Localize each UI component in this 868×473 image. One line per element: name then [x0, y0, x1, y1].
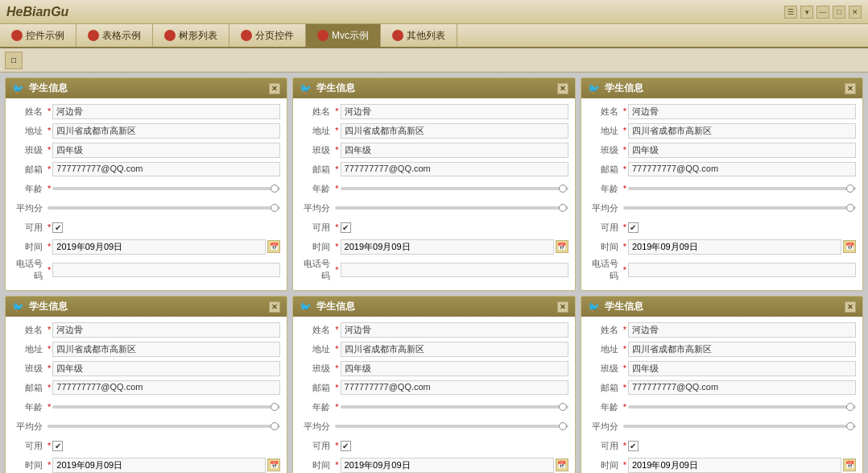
card-4-age-slider[interactable]	[52, 400, 280, 414]
menu-item-tree[interactable]: 树形列表	[153, 24, 229, 47]
card-3-age-handle[interactable]	[846, 185, 854, 193]
card-4-grade-value[interactable]: 四年级	[52, 361, 280, 376]
card-4-age-track	[52, 405, 280, 409]
card-1-available-check[interactable]: ✔	[52, 222, 63, 233]
card-4-address-label: 地址	[12, 343, 48, 355]
card-6-header: 🐦 学生信息 ✕	[581, 297, 862, 317]
card-1-score-slider[interactable]	[48, 201, 280, 215]
menu-item-other[interactable]: 其他列表	[381, 24, 457, 47]
pager-icon	[241, 30, 252, 41]
card-1-calendar-icon[interactable]: 📅	[267, 240, 280, 253]
card-2-score-slider[interactable]	[335, 201, 568, 215]
card-2-age-handle[interactable]	[559, 185, 567, 193]
menu-item-controls[interactable]: 控件示例	[0, 24, 76, 47]
dropdown-button[interactable]: ▾	[800, 6, 813, 19]
card-4-available-check[interactable]: ✔	[52, 441, 63, 451]
card-2-address-value[interactable]: 四川省成都市高新区	[341, 123, 568, 139]
table-icon	[88, 30, 99, 41]
card-1-date-value[interactable]: 2019年09月09日	[52, 239, 266, 255]
card-2-age-slider[interactable]	[341, 181, 568, 196]
card-2-name-value[interactable]: 河边骨	[341, 104, 568, 119]
card-4-name-value[interactable]: 河边骨	[52, 322, 280, 338]
card-6-close[interactable]: ✕	[845, 301, 856, 313]
card-1-available-row: 可用 * ✔	[12, 219, 280, 235]
card-3-name-value[interactable]: 河边骨	[628, 104, 856, 119]
card-2-icon: 🐦	[300, 83, 312, 94]
card-3-date-value[interactable]: 2019年09月09日	[628, 239, 841, 255]
card-3-date-container: 2019年09月09日 📅	[628, 239, 856, 255]
card-5: 🐦 学生信息 ✕ 姓名 * 河边骨 地址 * 四川省成都市高新区 班级	[292, 296, 575, 473]
card-1-body: 姓名 * 河边骨 地址 * 四川省成都市高新区 班级 * 四年级 邮箱 *	[6, 98, 287, 290]
card-1-phone-value[interactable]	[52, 263, 280, 277]
menu-item-tree-label: 树形列表	[179, 29, 217, 43]
card-1-grade-value[interactable]: 四年级	[52, 143, 280, 158]
card-3-grade-value[interactable]: 四年级	[628, 143, 856, 158]
card-4-date-value[interactable]: 2019年09月09日	[52, 458, 266, 473]
card-2-available-check[interactable]: ✔	[341, 222, 351, 233]
card-5-close[interactable]: ✕	[557, 301, 568, 313]
card-3-age-slider[interactable]	[628, 181, 856, 196]
card-3-address-row: 地址 * 四川省成都市高新区	[588, 122, 856, 139]
menu-item-mvc[interactable]: Mvc示例	[306, 24, 381, 47]
card-1-age-track	[52, 187, 280, 190]
card-2-score-handle[interactable]	[559, 204, 567, 212]
card-4-grade-row: 班级 * 四年级	[12, 360, 280, 376]
card-4-score-slider[interactable]	[48, 419, 280, 434]
toolbar-button[interactable]: □	[5, 52, 23, 69]
card-3-calendar-icon[interactable]: 📅	[843, 240, 856, 253]
card-1-checkbox[interactable]: ✔	[52, 222, 63, 233]
card-3-close[interactable]: ✕	[845, 83, 856, 94]
card-2-phone-row: 电话号码 *	[300, 258, 568, 282]
card-4-email-value[interactable]: 777777777@QQ.com	[52, 380, 280, 395]
card-1-age-slider[interactable]	[52, 181, 280, 196]
card-4-address-value[interactable]: 四川省成都市高新区	[52, 342, 280, 357]
card-4-age-handle[interactable]	[271, 403, 279, 411]
card-2-date-value[interactable]: 2019年09月09日	[341, 239, 554, 255]
card-1-address-row: 地址 * 四川省成都市高新区	[12, 122, 280, 139]
card-1-age-handle[interactable]	[271, 185, 279, 193]
card-1-score-handle[interactable]	[271, 204, 279, 212]
card-2-calendar-icon[interactable]: 📅	[556, 240, 568, 253]
card-4-checkbox[interactable]: ✔	[52, 441, 63, 451]
card-3-score-slider[interactable]	[623, 201, 856, 215]
card-3-email-value[interactable]: 777777777@QQ.com	[628, 162, 856, 176]
card-5-header: 🐦 学生信息 ✕	[293, 297, 574, 317]
menu-item-pager-label: 分页控件	[255, 29, 294, 43]
close-button[interactable]: ✕	[849, 6, 862, 19]
card-4-age-label: 年龄	[12, 401, 48, 413]
card-4-score-handle[interactable]	[271, 422, 279, 430]
card-2-phone-label: 电话号码	[300, 258, 335, 282]
card-4-close[interactable]: ✕	[269, 301, 280, 313]
card-1-address-value[interactable]: 四川省成都市高新区	[52, 123, 280, 139]
card-2-phone-value[interactable]	[341, 263, 568, 277]
card-4-score-track	[48, 425, 280, 428]
card-3-available-check[interactable]: ✔	[628, 222, 639, 233]
card-3-title: 学生信息	[605, 81, 643, 95]
card-2-email-value[interactable]: 777777777@QQ.com	[341, 162, 568, 176]
card-6-calendar-icon[interactable]: 📅	[843, 458, 856, 471]
card-4-header-left: 🐦 学生信息	[12, 300, 68, 313]
card-4-age-row: 年龄 *	[12, 399, 280, 415]
card-1-close[interactable]: ✕	[269, 83, 280, 94]
card-2-date-container: 2019年09月09日 📅	[341, 239, 568, 255]
maximize-button[interactable]: □	[833, 6, 845, 19]
card-2-checkbox[interactable]: ✔	[341, 222, 351, 233]
card-1-name-value[interactable]: 河边骨	[52, 104, 280, 119]
card-1-email-value[interactable]: 777777777@QQ.com	[52, 162, 280, 176]
menu-item-pager[interactable]: 分页控件	[229, 24, 306, 47]
card-2-grade-value[interactable]: 四年级	[341, 143, 568, 158]
card-3-header-left: 🐦 学生信息	[588, 81, 643, 95]
card-2-close[interactable]: ✕	[557, 83, 568, 94]
card-3-phone-value[interactable]	[628, 263, 856, 277]
card-3-address-value[interactable]: 四川省成都市高新区	[628, 123, 856, 139]
card-2-name-row: 姓名 * 河边骨	[300, 103, 568, 119]
menu-item-table[interactable]: 表格示例	[76, 24, 153, 47]
card-4-calendar-icon[interactable]: 📅	[267, 458, 280, 471]
card-3-score-handle[interactable]	[846, 204, 854, 212]
card-2-available-label: 可用	[300, 222, 335, 234]
minimize-button[interactable]: —	[816, 6, 829, 19]
card-3-checkbox[interactable]: ✔	[628, 222, 639, 233]
card-4-score-row: 平均分	[12, 418, 280, 434]
menu-button[interactable]: ☰	[784, 6, 797, 19]
card-5-calendar-icon[interactable]: 📅	[556, 458, 568, 471]
